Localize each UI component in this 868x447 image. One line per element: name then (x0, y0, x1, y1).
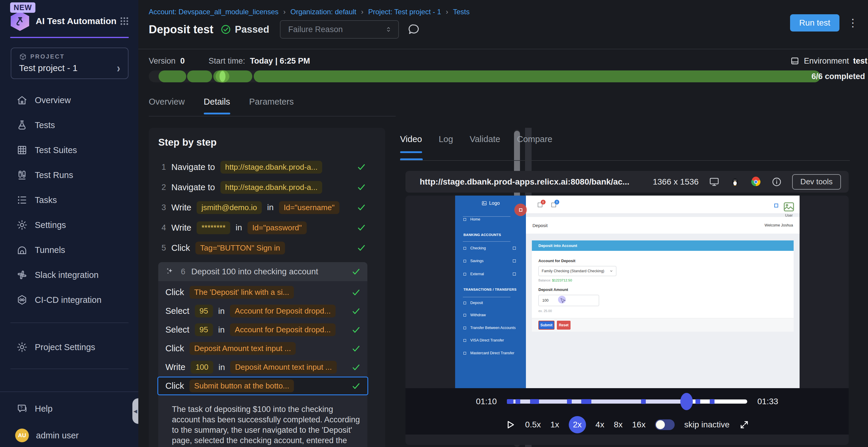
fullscreen-icon[interactable] (739, 420, 749, 430)
timeline-playhead[interactable] (680, 393, 693, 410)
value-chip[interactable]: jsmith@demo.io (197, 201, 262, 214)
bank-sidebar-item-withdraw[interactable]: Withdraw (455, 311, 526, 319)
sidebar-item-overview[interactable]: Overview (0, 88, 138, 113)
project-selector[interactable]: PROJECT Test project - 1 › (11, 47, 128, 79)
target-chip[interactable]: Id="username" (279, 201, 339, 214)
breadcrumb-link[interactable]: Project: Test project - 1 (368, 8, 441, 16)
sidebar-collapse-handle[interactable]: ◀ (132, 398, 138, 424)
breadcrumb-link[interactable]: Organization: default (290, 8, 356, 16)
timeline-marker[interactable] (507, 399, 514, 404)
bank-sidebar-item-transfer-between-accounts[interactable]: Transfer Between Accounts (455, 324, 526, 332)
speed-1x[interactable]: 1x (550, 420, 559, 429)
sidebar-user[interactable]: AU admin user (0, 421, 138, 447)
tab-parameters[interactable]: Parameters (249, 97, 294, 114)
timeline-marker[interactable] (641, 399, 646, 404)
bank-reset-button[interactable]: Reset (557, 321, 570, 330)
deposit-amount-input[interactable]: 100 (538, 295, 599, 306)
video-tabs: VideoLogValidateCompare (400, 134, 552, 153)
target-chip[interactable]: Account for Deposit dropd... (230, 305, 335, 317)
target-chip[interactable]: Account for Deposit dropd... (230, 323, 335, 336)
play-icon[interactable] (505, 419, 516, 430)
bank-sidebar-item-home[interactable]: Home (455, 216, 526, 223)
timeline-marker[interactable] (695, 399, 700, 404)
sidebar-item-test-suites[interactable]: Test Suites (0, 138, 138, 163)
step-row[interactable]: 5ClickTag="BUTTON" Sign in (158, 238, 367, 258)
step-row[interactable]: ClickDeposit Amount text input ... (158, 339, 367, 358)
tab-overview[interactable]: Overview (149, 97, 185, 114)
dev-tools-button[interactable]: Dev tools (792, 174, 841, 190)
speed-2x[interactable]: 2x (569, 416, 586, 433)
bank-sidebar-item-visa-direct-transfer[interactable]: VISA Direct Transfer (455, 337, 526, 344)
value-chip[interactable]: http://stage.dbank.prod-a... (220, 181, 322, 194)
value-chip[interactable]: 100 (191, 361, 213, 374)
sidebar-item-help[interactable]: ? Help (0, 396, 138, 421)
breadcrumb-link[interactable]: Account: Devspace_all_module_licenses (149, 8, 278, 16)
step-row[interactable]: 3Writejsmith@demo.ioinId="username" (158, 197, 367, 217)
step-row[interactable]: Select95inAccount for Deposit dropd... (158, 320, 367, 339)
account-for-deposit-select[interactable]: Family Checking (Standard Checking) (538, 266, 616, 276)
tab-details[interactable]: Details (204, 97, 230, 114)
speed-4x[interactable]: 4x (595, 420, 604, 429)
sidebar-item-test-runs[interactable]: Test Runs (0, 163, 138, 187)
video-tab-log[interactable]: Log (439, 134, 453, 153)
step-row-selected[interactable]: ClickSubmit button at the botto... (157, 377, 368, 395)
info-icon[interactable] (771, 176, 782, 187)
sidebar-item-ci-cd-integration[interactable]: CI-CD integration (0, 287, 138, 312)
value-chip[interactable]: ******** (197, 221, 230, 234)
target-chip[interactable]: Tag="BUTTON" Sign in (195, 242, 285, 254)
checkbox-icon[interactable] (513, 273, 516, 276)
step-row[interactable]: 1Navigate tohttp://stage.dbank.prod-a... (158, 157, 367, 177)
step-row[interactable]: Write100inDeposit Amount text input ... (158, 358, 367, 377)
run-test-button[interactable]: Run test (790, 14, 839, 32)
timeline-marker[interactable] (516, 399, 520, 404)
video-tab-video[interactable]: Video (400, 134, 422, 153)
skip-inactive-toggle[interactable] (655, 419, 675, 430)
target-chip[interactable]: Submit button at the botto... (189, 380, 294, 392)
target-chip[interactable]: Deposit Amount text input ... (189, 342, 296, 355)
speed-8x[interactable]: 8x (614, 420, 623, 429)
check-icon (351, 325, 361, 335)
app-launcher-icon[interactable] (119, 16, 129, 26)
value-chip[interactable]: 95 (195, 323, 213, 336)
target-chip[interactable]: Deposit Amount text input ... (230, 361, 336, 374)
video-tab-validate[interactable]: Validate (470, 134, 500, 153)
sidebar-item-tests[interactable]: Tests (0, 113, 138, 138)
bank-sidebar-item-savings[interactable]: Savings (455, 257, 526, 265)
value-chip[interactable]: 95 (195, 305, 213, 317)
timeline-marker[interactable] (530, 399, 539, 404)
bank-sidebar-item-checking[interactable]: Checking (455, 245, 526, 252)
kebab-menu-icon[interactable]: ⋮ (848, 15, 858, 30)
step-row[interactable]: 4Write********inId="password" (158, 217, 367, 238)
speed-16x[interactable]: 16x (632, 420, 646, 429)
timeline-marker[interactable] (567, 399, 572, 404)
target-chip[interactable]: The 'Deposit' link with a si... (189, 286, 294, 299)
bank-blue-square-icon[interactable] (774, 204, 778, 207)
timeline-marker[interactable] (581, 399, 591, 404)
target-chip[interactable]: Id="password" (247, 221, 307, 234)
step-row[interactable]: Select95inAccount for Deposit dropd... (158, 302, 367, 320)
sidebar-item-tasks[interactable]: Tasks (0, 187, 138, 212)
bank-submit-button[interactable]: Submit (538, 321, 555, 330)
sidebar-item-project-settings[interactable]: Project Settings (0, 335, 138, 359)
step-group-header[interactable]: 6Deposit 100 into checking account (158, 262, 367, 281)
speed-0.5x[interactable]: 0.5x (525, 420, 541, 429)
step-row[interactable]: 2Navigate tohttp://stage.dbank.prod-a... (158, 177, 367, 197)
step-action: Click (165, 381, 184, 391)
checkbox-icon[interactable] (513, 247, 516, 250)
value-chip[interactable]: http://stage.dbank.prod-a... (220, 161, 322, 174)
video-tab-compare[interactable]: Compare (517, 134, 552, 153)
step-row[interactable]: ClickThe 'Deposit' link with a si... (158, 283, 367, 302)
timeline-track[interactable] (507, 400, 747, 404)
bank-sidebar-item-mastercard-direct-transfer[interactable]: Mastercard Direct Transfer (455, 349, 526, 357)
checkbox-icon[interactable] (513, 260, 516, 263)
tunnel-icon (17, 244, 28, 255)
sidebar-item-settings[interactable]: Settings (0, 212, 138, 238)
bank-sidebar-item-deposit[interactable]: Deposit (455, 299, 526, 306)
bank-sidebar-item-external[interactable]: External (455, 271, 526, 278)
comment-icon[interactable] (407, 23, 420, 36)
failure-reason-select[interactable]: Failure Reason (280, 20, 399, 39)
breadcrumb-link[interactable]: Tests (453, 8, 470, 16)
sidebar-item-slack-integration[interactable]: Slack integration (0, 263, 138, 287)
sidebar-item-tunnels[interactable]: Tunnels (0, 238, 138, 263)
timeline-marker[interactable] (710, 399, 714, 404)
